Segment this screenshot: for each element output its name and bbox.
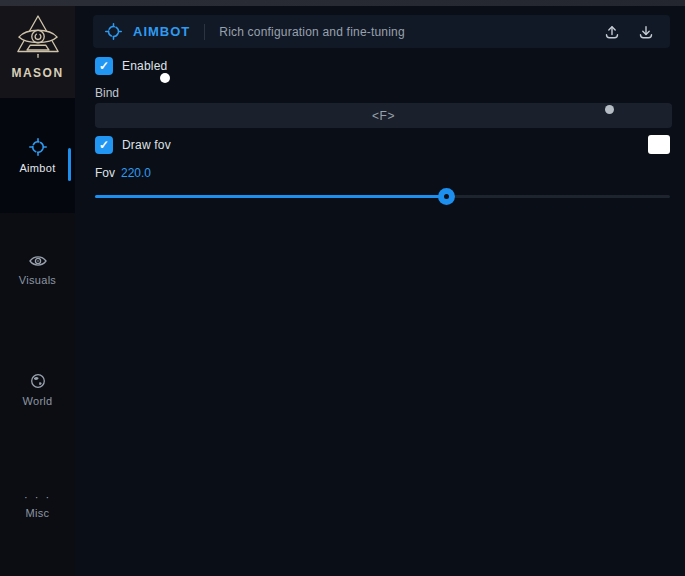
sidebar-item-label: Misc [26, 507, 50, 519]
cursor-dot-secondary [605, 105, 614, 114]
bind-key-field[interactable]: <F> [95, 103, 672, 128]
bind-key-value: <F> [372, 109, 395, 123]
upload-icon [604, 24, 620, 40]
sidebar-item-visuals[interactable]: Visuals [0, 242, 75, 298]
page-subtitle: Rich configuration and fine-tuning [219, 25, 405, 39]
sidebar-item-label: Visuals [19, 274, 56, 286]
sidebar-item-label: World [22, 395, 52, 407]
globe-icon [30, 373, 46, 389]
enabled-row: ✓ Enabled [95, 57, 167, 75]
enabled-checkbox[interactable]: ✓ [95, 57, 113, 75]
import-config-button[interactable] [634, 20, 658, 44]
enabled-label: Enabled [122, 59, 167, 73]
download-icon [638, 24, 654, 40]
main-panel: AIMBOT Rich configuration and fine-tunin… [75, 6, 685, 576]
sidebar: MASON Aimbot Visuals World · · · Misc [0, 6, 75, 576]
brand-logo-block: MASON [0, 6, 75, 98]
header-divider [204, 24, 205, 40]
export-config-button[interactable] [600, 20, 624, 44]
fov-value: 220.0 [121, 166, 151, 180]
ellipsis-icon: · · · [24, 493, 51, 501]
sidebar-item-aimbot[interactable]: Aimbot [0, 98, 75, 213]
section-header: AIMBOT Rich configuration and fine-tunin… [93, 15, 670, 48]
draw-fov-row: ✓ Draw fov [95, 136, 171, 154]
sidebar-item-world[interactable]: World [0, 362, 75, 418]
draw-fov-checkbox[interactable]: ✓ [95, 136, 113, 154]
page-title: AIMBOT [133, 24, 190, 39]
bind-label: Bind [95, 86, 119, 100]
check-icon: ✓ [99, 60, 109, 72]
fov-slider[interactable] [95, 188, 670, 205]
eye-icon [29, 254, 47, 268]
sidebar-item-misc[interactable]: · · · Misc [0, 478, 75, 534]
mason-eye-pyramid-logo-icon [15, 14, 61, 64]
fov-color-swatch[interactable] [648, 135, 670, 154]
cursor-dot [160, 73, 170, 83]
draw-fov-label: Draw fov [122, 138, 171, 152]
crosshair-icon [105, 23, 122, 40]
active-indicator-bar [68, 148, 71, 181]
fov-label-row: Fov 220.0 [95, 166, 151, 180]
fov-label: Fov [95, 166, 115, 180]
sidebar-item-label: Aimbot [19, 162, 55, 174]
fov-slider-thumb[interactable] [438, 188, 455, 205]
crosshair-icon [29, 138, 47, 156]
fov-slider-fill [95, 195, 446, 198]
check-icon: ✓ [99, 139, 109, 151]
brand-name: MASON [11, 66, 63, 80]
